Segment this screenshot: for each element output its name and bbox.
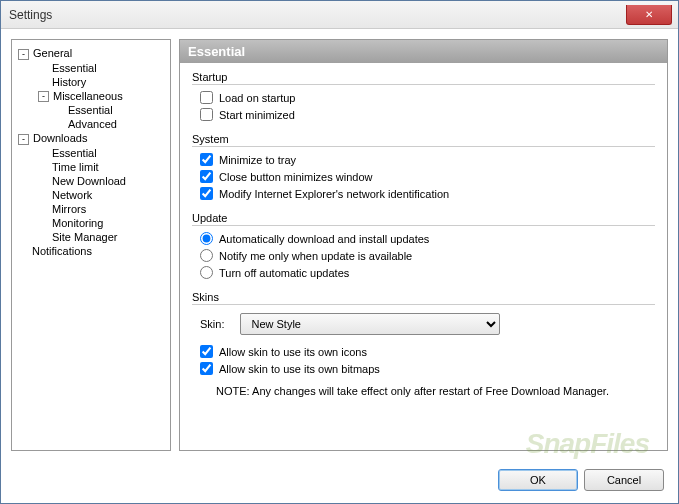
nav-tree: -GeneralEssentialHistory-MiscellaneousEs… [11, 39, 171, 451]
tree-item-mirrors-11[interactable]: Mirrors [16, 202, 166, 216]
row-modify-ie: Modify Internet Explorer's network ident… [192, 185, 655, 202]
tree-item-label: History [52, 76, 86, 88]
select-skin[interactable]: New Style [240, 313, 500, 335]
row-allow-bitmaps: Allow skin to use its own bitmaps [192, 360, 655, 377]
section-system: System Minimize to tray Close button min… [192, 133, 655, 202]
tree-item-essential-4[interactable]: Essential [16, 103, 166, 117]
row-start-minimized: Start minimized [192, 106, 655, 123]
tree-item-label: Miscellaneous [53, 90, 123, 102]
expand-icon[interactable]: - [38, 91, 49, 102]
titlebar: Settings ✕ [1, 1, 678, 29]
tree-item-notifications-14[interactable]: Notifications [16, 244, 166, 258]
label-load-on-startup: Load on startup [219, 92, 295, 104]
tree-item-label: Essential [52, 147, 97, 159]
tree-item-label: Notifications [32, 245, 92, 257]
tree-item-label: Advanced [68, 118, 117, 130]
row-skin-select: Skin: New Style [192, 309, 655, 343]
label-allow-bitmaps: Allow skin to use its own bitmaps [219, 363, 380, 375]
ok-button[interactable]: OK [498, 469, 578, 491]
tree-item-label: Essential [52, 62, 97, 74]
close-button[interactable]: ✕ [626, 5, 672, 25]
tree-item-label: Downloads [33, 132, 87, 144]
tree-item-monitoring-12[interactable]: Monitoring [16, 216, 166, 230]
tree-item-label: Essential [68, 104, 113, 116]
checkbox-modify-ie[interactable] [200, 187, 213, 200]
checkbox-allow-bitmaps[interactable] [200, 362, 213, 375]
section-title-update: Update [192, 212, 655, 226]
row-update-auto: Automatically download and install updat… [192, 230, 655, 247]
cancel-button[interactable]: Cancel [584, 469, 664, 491]
row-minimize-tray: Minimize to tray [192, 151, 655, 168]
tree-item-time-limit-8[interactable]: Time limit [16, 160, 166, 174]
section-startup: Startup Load on startup Start minimized [192, 71, 655, 123]
tree-item-label: New Download [52, 175, 126, 187]
close-icon: ✕ [645, 9, 653, 20]
checkbox-close-minimizes[interactable] [200, 170, 213, 183]
tree-item-label: Mirrors [52, 203, 86, 215]
tree-item-advanced-5[interactable]: Advanced [16, 117, 166, 131]
row-close-minimizes: Close button minimizes window [192, 168, 655, 185]
expand-icon[interactable]: - [18, 134, 29, 145]
tree-item-miscellaneous-3[interactable]: -Miscellaneous [16, 89, 166, 104]
tree-item-new-download-9[interactable]: New Download [16, 174, 166, 188]
tree-item-label: Site Manager [52, 231, 117, 243]
tree-item-essential-7[interactable]: Essential [16, 146, 166, 160]
label-close-minimizes: Close button minimizes window [219, 171, 372, 183]
section-title-system: System [192, 133, 655, 147]
section-skins: Skins Skin: New Style Allow skin to use … [192, 291, 655, 397]
tree-item-general-0[interactable]: -General [16, 46, 166, 61]
expand-icon[interactable]: - [18, 49, 29, 60]
label-update-notify: Notify me only when update is available [219, 250, 412, 262]
tree-item-network-10[interactable]: Network [16, 188, 166, 202]
tree-item-label: Monitoring [52, 217, 103, 229]
checkbox-start-minimized[interactable] [200, 108, 213, 121]
radio-update-off[interactable] [200, 266, 213, 279]
settings-window: Settings ✕ -GeneralEssentialHistory-Misc… [0, 0, 679, 504]
tree-item-history-2[interactable]: History [16, 75, 166, 89]
row-update-off: Turn off automatic updates [192, 264, 655, 281]
panel-body: Startup Load on startup Start minimized … [180, 63, 667, 450]
settings-panel: Essential Startup Load on startup Start … [179, 39, 668, 451]
radio-update-notify[interactable] [200, 249, 213, 262]
panel-header: Essential [180, 40, 667, 63]
label-start-minimized: Start minimized [219, 109, 295, 121]
checkbox-load-on-startup[interactable] [200, 91, 213, 104]
row-load-on-startup: Load on startup [192, 89, 655, 106]
label-skin: Skin: [200, 318, 224, 330]
footer: OK Cancel [1, 461, 678, 503]
checkbox-allow-icons[interactable] [200, 345, 213, 358]
skins-note: NOTE: Any changes will take effect only … [192, 377, 655, 397]
section-title-startup: Startup [192, 71, 655, 85]
tree-item-downloads-6[interactable]: -Downloads [16, 131, 166, 146]
tree-item-label: Time limit [52, 161, 99, 173]
tree-item-site-manager-13[interactable]: Site Manager [16, 230, 166, 244]
tree-item-label: Network [52, 189, 92, 201]
radio-update-auto[interactable] [200, 232, 213, 245]
tree-item-label: General [33, 47, 72, 59]
label-minimize-tray: Minimize to tray [219, 154, 296, 166]
label-allow-icons: Allow skin to use its own icons [219, 346, 367, 358]
section-update: Update Automatically download and instal… [192, 212, 655, 281]
section-title-skins: Skins [192, 291, 655, 305]
label-modify-ie: Modify Internet Explorer's network ident… [219, 188, 449, 200]
row-update-notify: Notify me only when update is available [192, 247, 655, 264]
label-update-off: Turn off automatic updates [219, 267, 349, 279]
window-title: Settings [9, 8, 52, 22]
content-area: -GeneralEssentialHistory-MiscellaneousEs… [1, 29, 678, 461]
label-update-auto: Automatically download and install updat… [219, 233, 429, 245]
row-allow-icons: Allow skin to use its own icons [192, 343, 655, 360]
checkbox-minimize-tray[interactable] [200, 153, 213, 166]
tree-item-essential-1[interactable]: Essential [16, 61, 166, 75]
